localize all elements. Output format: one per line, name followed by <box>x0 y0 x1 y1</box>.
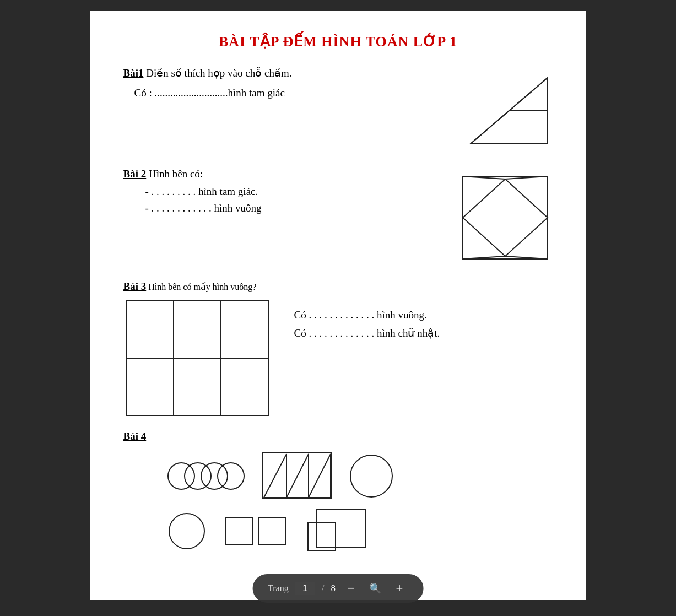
svg-line-10 <box>462 218 463 259</box>
trang-label: Trang <box>268 583 289 593</box>
svg-marker-23 <box>286 454 309 498</box>
svg-rect-30 <box>308 523 336 550</box>
bai4-row2 <box>123 506 553 556</box>
bai3-label: Bài 3 <box>123 280 147 292</box>
svg-point-25 <box>350 455 392 497</box>
svg-marker-24 <box>309 454 331 498</box>
page-content: BÀI TẬP ĐẾM HÌNH TOÁN LỚP 1 Bài1 Điền số… <box>90 11 586 600</box>
bai3-answers: Có . . . . . . . . . . . . . hình vuông.… <box>294 298 440 345</box>
bai3-line1: Có . . . . . . . . . . . . . hình vuông. <box>294 309 440 321</box>
bai1-section: Bài1 Điền số thích hợp vào chỗ chấm. Có … <box>123 67 553 152</box>
minus-icon: − <box>348 581 355 596</box>
zoom-in-button[interactable]: + <box>391 580 408 597</box>
bai1-figure <box>465 72 553 152</box>
svg-marker-4 <box>463 179 548 256</box>
svg-rect-28 <box>258 517 286 545</box>
svg-rect-27 <box>225 517 253 545</box>
bai1-label: Bài1 <box>123 67 144 79</box>
svg-rect-29 <box>316 509 366 548</box>
bai2-line1: - . . . . . . . . . hình tam giác. <box>145 186 437 198</box>
bai3-section: Bài 3 Hình bên có mấy hình vuông? Có . .… <box>123 280 553 419</box>
bai4-rect-squares <box>305 506 371 556</box>
svg-rect-21 <box>263 453 331 498</box>
bai4-overlapping-circles <box>167 451 245 501</box>
plus-icon: + <box>396 581 403 596</box>
bai2-figure <box>459 174 553 264</box>
svg-point-19 <box>201 463 228 489</box>
bai3-instruction: Hình bên có mấy hình vuông? <box>148 282 256 291</box>
bai3-line2: Có . . . . . . . . . . . . . hình chữ nh… <box>294 327 440 339</box>
svg-point-18 <box>185 463 211 489</box>
svg-point-26 <box>169 514 204 549</box>
svg-line-9 <box>462 176 463 218</box>
bai2-label: Bài 2 <box>123 168 147 180</box>
svg-marker-22 <box>264 454 286 498</box>
current-page-input[interactable] <box>295 582 315 595</box>
svg-point-17 <box>168 463 194 489</box>
bai4-small-squares <box>223 512 289 550</box>
bai4-label: Bài 4 <box>123 430 147 442</box>
bai4-row1 <box>123 451 553 501</box>
bai3-grid-figure <box>123 298 272 419</box>
bai2-line2: - . . . . . . . . . . . . hình vuông <box>145 202 437 214</box>
svg-rect-3 <box>462 176 548 259</box>
total-pages: 8 <box>331 583 336 594</box>
zoom-icon: 🔍 <box>369 582 381 595</box>
page-title: BÀI TẬP ĐẾM HÌNH TOÁN LỚP 1 <box>123 33 553 50</box>
bai4-triangle-group <box>261 451 333 501</box>
bai1-line1: Có : ............................hình ta… <box>134 87 443 99</box>
bai2-section: Bài 2 Hình bên có: - . . . . . . . . . h… <box>123 168 553 264</box>
bai4-small-circle <box>167 512 206 550</box>
zoom-in-icon-button[interactable]: 🔍 <box>366 580 384 597</box>
bai2-instruction: Hình bên có: <box>149 168 203 180</box>
svg-point-20 <box>218 463 244 489</box>
bai4-single-circle <box>349 451 393 501</box>
toolbar: Trang / 8 − 🔍 + <box>252 574 424 603</box>
bai1-instruction: Điền số thích hợp vào chỗ chấm. <box>146 67 291 79</box>
bai4-section: Bài 4 <box>123 430 553 556</box>
page-separator: / <box>322 583 325 594</box>
zoom-out-button[interactable]: − <box>342 580 360 597</box>
